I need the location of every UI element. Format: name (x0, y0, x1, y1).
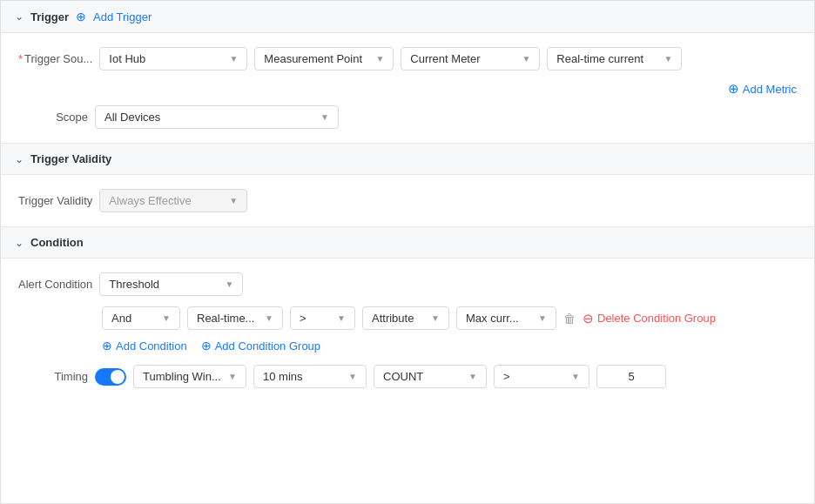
count-select[interactable]: COUNT ▼ (374, 365, 487, 388)
add-condition-group-link[interactable]: ⊕ Add Condition Group (201, 339, 320, 353)
attribute-chevron-icon: ▼ (431, 313, 440, 323)
validity-row: Trigger Validity Always Effective ▼ (18, 189, 797, 212)
gt-chevron-icon: ▼ (337, 313, 346, 323)
scope-select[interactable]: All Devices ▼ (95, 105, 339, 129)
realtime2-chevron-icon: ▼ (265, 313, 273, 323)
add-conditions-row: ⊕ Add Condition ⊕ Add Condition Group (102, 339, 797, 353)
trigger-validity-section-header: ⌄ Trigger Validity (1, 144, 814, 175)
mins-chevron-icon: ▼ (348, 372, 357, 381)
validity-label: Trigger Validity (18, 194, 92, 207)
scope-chevron-icon: ▼ (320, 112, 329, 122)
gt2-chevron-icon: ▼ (571, 372, 580, 381)
trigger-title: Trigger (30, 10, 69, 24)
add-condition-group-plus-icon: ⊕ (201, 339, 212, 353)
alert-condition-row: Alert Condition Threshold ▼ (18, 272, 797, 296)
trigger-validity-body: Trigger Validity Always Effective ▼ (1, 175, 814, 227)
realtime2-select[interactable]: Real-time... ▼ (187, 306, 283, 330)
tumbling-select[interactable]: Tumbling Win... ▼ (133, 365, 246, 388)
and-chevron-icon: ▼ (162, 313, 171, 323)
trigger-validity-title: Trigger Validity (30, 152, 111, 165)
meter-chevron-icon: ▼ (522, 54, 530, 64)
gt2-select[interactable]: > ▼ (494, 365, 589, 388)
gt-select[interactable]: > ▼ (290, 306, 355, 330)
alert-condition-label: Alert Condition (18, 278, 92, 291)
alert-condition-select[interactable]: Threshold ▼ (99, 272, 243, 296)
trigger-section-body: *Trigger Sou... Iot Hub ▼ Measurement Po… (1, 33, 814, 144)
measurement-chevron-icon: ▼ (375, 54, 384, 64)
validity-chevron-icon: ▼ (229, 196, 238, 205)
measurement-select[interactable]: Measurement Point ▼ (254, 47, 394, 71)
condition-group-row: And ▼ Real-time... ▼ > ▼ Attribute ▼ Max… (102, 306, 797, 330)
count-chevron-icon: ▼ (468, 372, 477, 381)
minus-circle-icon: ⊖ (583, 311, 594, 326)
meter-select[interactable]: Current Meter ▼ (401, 47, 540, 71)
trigger-validity-chevron[interactable]: ⌄ (15, 153, 24, 165)
condition-body: Alert Condition Threshold ▼ And ▼ Real-t… (1, 259, 814, 402)
add-metric-link[interactable]: ⊕ Add Metric (728, 81, 797, 97)
condition-title: Condition (30, 236, 84, 249)
timing-row: Timing Tumbling Win... ▼ 10 mins ▼ COUNT… (18, 365, 797, 388)
required-star: * (18, 52, 23, 65)
maxcurr-select[interactable]: Max curr... ▼ (456, 306, 556, 330)
trigger-source-row: *Trigger Sou... Iot Hub ▼ Measurement Po… (18, 47, 797, 71)
condition-section-header: ⌄ Condition (1, 227, 814, 259)
scope-label: Scope (18, 111, 88, 124)
trash-icon[interactable]: 🗑 (563, 312, 576, 326)
trigger-chevron[interactable]: ⌄ (15, 10, 24, 23)
trigger-section-header: ⌄ Trigger ⊕ Add Trigger (1, 1, 814, 33)
delete-condition-group-btn[interactable]: ⊖ Delete Condition Group (583, 311, 716, 326)
trigger-source-select[interactable]: Iot Hub ▼ (99, 47, 247, 71)
add-trigger-link[interactable]: Add Trigger (93, 10, 152, 24)
add-metric-plus-icon: ⊕ (728, 81, 739, 97)
add-trigger-plus-icon: ⊕ (76, 10, 86, 24)
maxcurr-chevron-icon: ▼ (538, 313, 547, 323)
scope-row: Scope All Devices ▼ (18, 105, 797, 129)
number-input[interactable] (596, 365, 666, 388)
condition-chevron[interactable]: ⌄ (15, 237, 24, 249)
tumbling-chevron-icon: ▼ (228, 372, 237, 381)
add-metric-row: ⊕ Add Metric (18, 81, 797, 97)
trigger-source-chevron-icon: ▼ (229, 54, 238, 64)
realtime-chevron-icon: ▼ (663, 54, 672, 64)
timing-toggle[interactable] (95, 368, 126, 386)
and-select[interactable]: And ▼ (102, 306, 180, 330)
add-condition-link[interactable]: ⊕ Add Condition (102, 339, 187, 353)
timing-label: Timing (18, 370, 88, 383)
attribute-select[interactable]: Attribute ▼ (362, 306, 449, 330)
trigger-source-label: *Trigger Sou... (18, 52, 92, 65)
realtime-select[interactable]: Real-time current ▼ (547, 47, 682, 71)
threshold-chevron-icon: ▼ (225, 279, 233, 289)
validity-select[interactable]: Always Effective ▼ (99, 189, 247, 212)
add-condition-plus-icon: ⊕ (102, 339, 112, 353)
mins-select[interactable]: 10 mins ▼ (253, 365, 367, 388)
